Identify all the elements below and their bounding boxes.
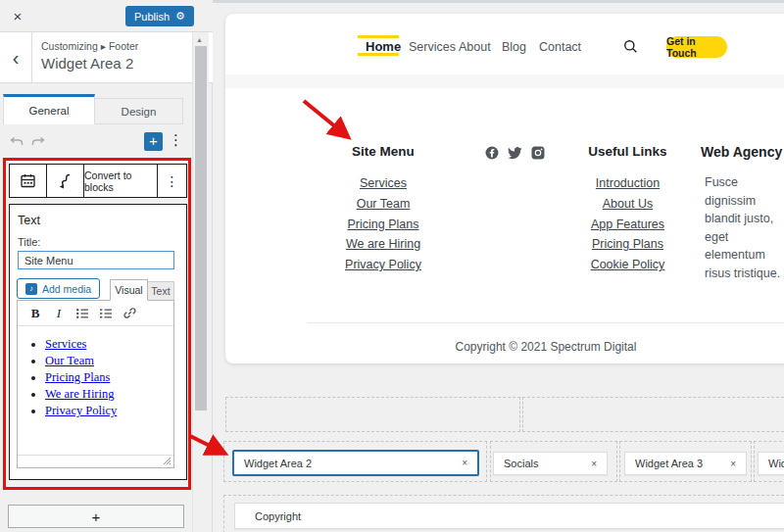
move-widget-icon[interactable] <box>47 165 84 197</box>
footer-link[interactable]: Pricing Plans <box>324 215 442 235</box>
footer-link[interactable]: Services <box>324 173 442 194</box>
preview-top-strip <box>213 0 784 3</box>
close-customizer-button[interactable]: × <box>8 7 27 26</box>
footer-link[interactable]: Cookie Policy <box>568 255 687 275</box>
rich-text-editor: B I Services Our Team Pricing Plans We a… <box>17 300 174 468</box>
tab-general[interactable]: General <box>3 94 95 124</box>
widget-type-label: Text <box>18 214 40 227</box>
editor-content[interactable]: Services Our Team Pricing Plans We are H… <box>18 326 173 455</box>
media-icon: ♪ <box>25 283 37 295</box>
editor-tab-visual[interactable]: Visual <box>110 279 148 301</box>
nav-item-contact[interactable]: Contact <box>539 40 581 54</box>
sidebar-scrollbar-thumb[interactable] <box>195 46 207 411</box>
editor-link[interactable]: Pricing Plans <box>45 370 110 384</box>
back-button[interactable]: ‹ <box>0 32 32 83</box>
footer-divider <box>307 322 784 323</box>
nav-item-home[interactable]: Home <box>366 39 399 54</box>
options-menu-icon[interactable]: ⋮ <box>169 131 182 149</box>
empty-widget-slot-right[interactable] <box>522 397 784 432</box>
editor-toolbar: B I <box>18 301 173 326</box>
footer-col-site-menu: Services Our Team Pricing Plans We are H… <box>324 173 442 275</box>
tab-design[interactable]: Design <box>95 98 183 124</box>
publish-button[interactable]: Publish ⚙ <box>125 6 194 26</box>
footer-heading-site-menu: Site Menu <box>334 144 432 159</box>
undo-icon[interactable] <box>9 133 24 149</box>
empty-widget-slot-left[interactable] <box>225 397 520 432</box>
add-block-button[interactable]: + <box>144 132 163 151</box>
footer-col-useful-links: Introduction About Us App Features Prici… <box>568 173 687 275</box>
nav-footer-divider <box>225 74 784 88</box>
footer-heading-useful-links: Useful Links <box>568 144 687 159</box>
legacy-widget-icon[interactable] <box>10 165 47 197</box>
editor-tab-text[interactable]: Text <box>148 281 174 301</box>
widget-field-label: Socials <box>494 458 591 469</box>
editor-link[interactable]: We are Hiring <box>45 387 115 401</box>
widget-field-label: Widge <box>759 458 784 469</box>
link-icon[interactable] <box>120 304 139 323</box>
bullet-list-icon[interactable] <box>73 304 92 323</box>
editor-link[interactable]: Privacy Policy <box>45 404 117 417</box>
list-item: We are Hiring <box>45 386 173 403</box>
widget-title-label: Title: <box>18 236 40 248</box>
bold-button[interactable]: B <box>25 304 45 323</box>
customizer-screen: × Publish ⚙ ‹ Customizing ▸ Footer Widge… <box>0 0 784 532</box>
remove-widget-icon[interactable]: × <box>591 459 607 469</box>
publish-settings-gear-icon[interactable]: ⚙ <box>175 11 185 22</box>
editor-link[interactable]: Our Team <box>45 354 94 367</box>
footer-link[interactable]: App Features <box>568 215 687 235</box>
block-toolbar: Convert to blocks ⋮ <box>9 164 187 198</box>
page-title: Widget Area 2 <box>41 55 133 72</box>
list-item: Privacy Policy <box>45 403 173 419</box>
facebook-icon[interactable] <box>485 146 499 160</box>
block-appender-button[interactable]: + <box>8 505 184 528</box>
home-highlight-top <box>358 35 399 38</box>
copyright-field[interactable]: Copyright <box>234 503 784 529</box>
list-item: Our Team <box>45 353 173 369</box>
site-preview-card <box>225 14 784 363</box>
resize-handle-icon[interactable] <box>163 457 172 465</box>
footer-link[interactable]: Our Team <box>324 194 442 215</box>
home-highlight-bottom <box>358 53 399 56</box>
list-item: Services <box>45 336 173 353</box>
publish-label: Publish <box>134 11 170 23</box>
footer-copyright: Copyright © 2021 Spectrum Digital <box>225 340 784 354</box>
list-item: Pricing Plans <box>45 369 173 386</box>
footer-heading-web-agency: Web Agency <box>701 144 784 160</box>
breadcrumb: Customizing ▸ Footer <box>41 40 138 52</box>
widget-field-widget-area-4[interactable]: Widge <box>758 452 784 475</box>
widget-title-input[interactable] <box>18 251 174 269</box>
redo-icon[interactable] <box>30 133 46 149</box>
widget-field-widget-area-2[interactable]: Widget Area 2 × <box>232 450 479 476</box>
get-in-touch-button[interactable]: Get in Touch <box>666 36 727 58</box>
nav-item-blog[interactable]: Blog <box>502 40 526 54</box>
widget-field-label: Widget Area 2 <box>234 458 462 469</box>
footer-link[interactable]: Pricing Plans <box>568 234 687 255</box>
footer-social-row <box>485 146 545 160</box>
widget-field-widget-area-3[interactable]: Widget Area 3 × <box>624 452 747 475</box>
copyright-field-label: Copyright <box>235 510 784 522</box>
add-media-label: Add media <box>42 283 91 295</box>
footer-link[interactable]: We are Hiring <box>324 234 442 255</box>
editor-link[interactable]: Services <box>45 337 86 351</box>
footer-link[interactable]: Introduction <box>568 173 687 194</box>
editor-statusbar <box>18 455 173 467</box>
instagram-icon[interactable] <box>531 146 545 160</box>
numbered-list-icon[interactable] <box>96 304 116 323</box>
block-options-icon[interactable]: ⋮ <box>158 165 186 197</box>
scrollbar-up-arrow[interactable]: ▲ <box>196 36 203 43</box>
editor-link-list: Services Our Team Pricing Plans We are H… <box>45 336 173 419</box>
add-media-button[interactable]: ♪ Add media <box>17 278 100 299</box>
nav-item-services[interactable]: Services <box>409 40 456 54</box>
nav-item-about[interactable]: About <box>459 40 491 54</box>
search-icon[interactable] <box>623 39 638 54</box>
remove-widget-icon[interactable]: × <box>730 459 746 469</box>
italic-button[interactable]: I <box>49 304 69 323</box>
remove-widget-icon[interactable]: × <box>462 458 477 468</box>
footer-link[interactable]: About Us <box>568 194 687 215</box>
widget-field-socials[interactable]: Socials × <box>493 452 608 475</box>
footer-agency-text: Fusce dignissim blandit justo, eget elem… <box>705 173 781 282</box>
convert-to-blocks-button[interactable]: Convert to blocks <box>84 165 158 197</box>
footer-link[interactable]: Privacy Policy <box>324 255 442 275</box>
twitter-icon[interactable] <box>508 147 522 160</box>
widget-field-label: Widget Area 3 <box>625 458 730 469</box>
